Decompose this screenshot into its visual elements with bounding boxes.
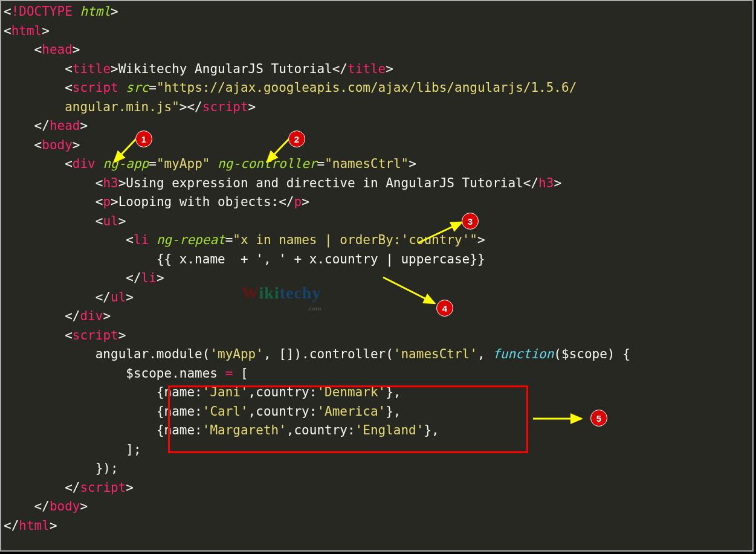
code-editor: <!DOCTYPE html> <html> <head> <title>Wik… <box>0 0 754 552</box>
ul-tag: ul <box>103 214 118 228</box>
p-text: Looping with objects: <box>118 195 279 209</box>
script-tag: script <box>73 80 118 95</box>
callout-badge-5: 5 <box>590 410 607 427</box>
callout-badge-1: 1 <box>135 130 152 147</box>
h3-text: Using expression and directive in Angula… <box>126 176 523 190</box>
body-tag: body <box>42 138 73 152</box>
div-tag: div <box>73 156 95 171</box>
callout-badge-2: 2 <box>288 130 305 147</box>
callout-badge-4: 4 <box>436 300 453 317</box>
src-attr: src <box>126 80 149 95</box>
ng-app-value: "myApp" <box>157 156 210 171</box>
ng-controller-value: "namesCtrl" <box>325 156 409 171</box>
angular-module: angular.module( <box>95 347 210 361</box>
h3-tag: h3 <box>103 176 118 190</box>
title-text: Wikitechy AngularJS Tutorial <box>118 62 332 76</box>
doctype-html: html <box>80 4 111 19</box>
ng-app-attr: ng-app <box>103 156 149 171</box>
html-tag: html <box>11 24 42 38</box>
ng-repeat-attr: ng-repeat <box>157 233 225 247</box>
src-value-line1: "https://ajax.googleapis.com/ajax/libs/a… <box>157 80 577 95</box>
callout-badge-3: 3 <box>462 213 479 230</box>
expression-text: {{ x.name + ', ' + x.country | uppercase… <box>157 252 485 266</box>
p-tag: p <box>103 195 111 209</box>
function-keyword: function <box>493 347 554 361</box>
li-tag: li <box>134 233 149 247</box>
watermark: Wikitechy .com <box>242 280 321 314</box>
ng-repeat-value: "x in names | orderBy:'country'" <box>233 233 477 247</box>
highlight-box <box>168 385 528 453</box>
title-tag: title <box>73 62 111 76</box>
doctype-keyword: !DOCTYPE <box>11 4 73 19</box>
src-value-line2: angular.min.js" <box>65 100 179 114</box>
code-block: <!DOCTYPE html> <html> <head> <title>Wik… <box>1 1 752 536</box>
ng-controller-attr: ng-controller <box>218 156 317 171</box>
bracket: < <box>4 4 11 19</box>
head-tag: head <box>42 42 73 57</box>
